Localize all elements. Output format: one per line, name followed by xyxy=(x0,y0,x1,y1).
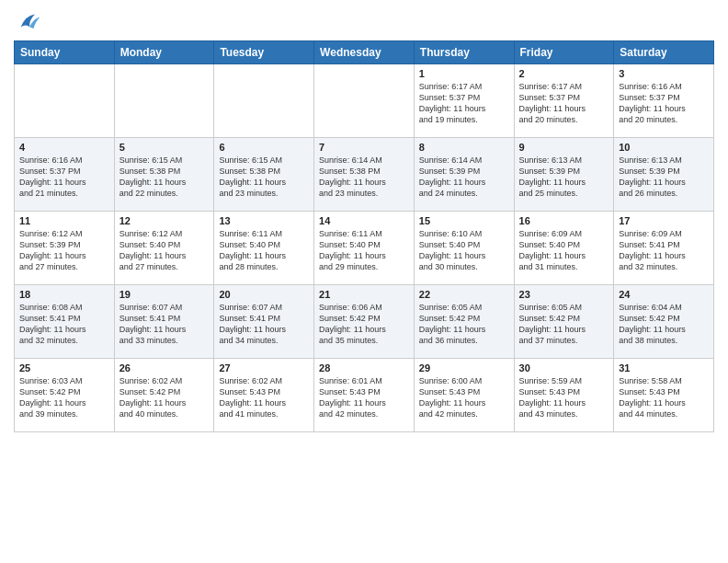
day-detail: Sunrise: 6:11 AM Sunset: 5:40 PM Dayligh… xyxy=(219,228,309,273)
day-detail: Sunrise: 5:58 AM Sunset: 5:43 PM Dayligh… xyxy=(619,375,709,420)
calendar-day-cell: 18Sunrise: 6:08 AM Sunset: 5:41 PM Dayli… xyxy=(15,285,115,359)
calendar-day-cell: 21Sunrise: 6:06 AM Sunset: 5:42 PM Dayli… xyxy=(314,285,415,359)
calendar-day-cell xyxy=(114,64,214,138)
calendar-day-cell: 28Sunrise: 6:01 AM Sunset: 5:43 PM Dayli… xyxy=(314,359,415,432)
calendar-header-row: SundayMondayTuesdayWednesdayThursdayFrid… xyxy=(15,41,714,64)
day-number: 11 xyxy=(19,215,109,226)
calendar-week-row: 4Sunrise: 6:16 AM Sunset: 5:37 PM Daylig… xyxy=(15,138,714,212)
day-detail: Sunrise: 6:12 AM Sunset: 5:39 PM Dayligh… xyxy=(19,228,109,273)
day-number: 20 xyxy=(219,289,309,300)
day-detail: Sunrise: 6:16 AM Sunset: 5:37 PM Dayligh… xyxy=(19,155,109,200)
calendar-day-cell: 5Sunrise: 6:15 AM Sunset: 5:38 PM Daylig… xyxy=(114,138,214,212)
day-detail: Sunrise: 6:03 AM Sunset: 5:42 PM Dayligh… xyxy=(19,375,109,420)
day-detail: Sunrise: 6:10 AM Sunset: 5:40 PM Dayligh… xyxy=(419,228,509,273)
calendar-day-cell: 30Sunrise: 5:59 AM Sunset: 5:43 PM Dayli… xyxy=(514,359,614,432)
day-detail: Sunrise: 6:05 AM Sunset: 5:42 PM Dayligh… xyxy=(519,302,609,347)
day-detail: Sunrise: 6:12 AM Sunset: 5:40 PM Dayligh… xyxy=(119,228,210,273)
day-number: 22 xyxy=(419,289,509,300)
day-number: 6 xyxy=(219,142,309,153)
calendar-day-cell: 9Sunrise: 6:13 AM Sunset: 5:39 PM Daylig… xyxy=(514,138,614,212)
calendar-week-row: 11Sunrise: 6:12 AM Sunset: 5:39 PM Dayli… xyxy=(15,212,714,285)
day-of-week-header: Saturday xyxy=(614,41,714,64)
day-number: 5 xyxy=(119,142,210,153)
day-detail: Sunrise: 6:09 AM Sunset: 5:40 PM Dayligh… xyxy=(519,228,609,273)
calendar-day-cell: 4Sunrise: 6:16 AM Sunset: 5:37 PM Daylig… xyxy=(15,138,115,212)
day-of-week-header: Monday xyxy=(114,41,214,64)
calendar-day-cell: 26Sunrise: 6:02 AM Sunset: 5:42 PM Dayli… xyxy=(114,359,214,432)
day-number: 2 xyxy=(519,68,609,79)
day-number: 3 xyxy=(619,68,709,79)
calendar-day-cell: 1Sunrise: 6:17 AM Sunset: 5:37 PM Daylig… xyxy=(414,64,514,138)
calendar-day-cell: 25Sunrise: 6:03 AM Sunset: 5:42 PM Dayli… xyxy=(15,359,115,432)
logo xyxy=(14,13,41,35)
day-detail: Sunrise: 6:14 AM Sunset: 5:39 PM Dayligh… xyxy=(419,155,509,200)
calendar-day-cell: 15Sunrise: 6:10 AM Sunset: 5:40 PM Dayli… xyxy=(414,212,514,285)
calendar-day-cell: 22Sunrise: 6:05 AM Sunset: 5:42 PM Dayli… xyxy=(414,285,514,359)
day-detail: Sunrise: 6:15 AM Sunset: 5:38 PM Dayligh… xyxy=(219,155,309,200)
day-of-week-header: Thursday xyxy=(414,41,514,64)
day-number: 23 xyxy=(519,289,609,300)
calendar-day-cell: 13Sunrise: 6:11 AM Sunset: 5:40 PM Dayli… xyxy=(214,212,314,285)
calendar-day-cell xyxy=(214,64,314,138)
calendar-day-cell: 27Sunrise: 6:02 AM Sunset: 5:43 PM Dayli… xyxy=(214,359,314,432)
day-number: 24 xyxy=(619,289,709,300)
day-number: 12 xyxy=(119,215,210,226)
calendar-day-cell: 11Sunrise: 6:12 AM Sunset: 5:39 PM Dayli… xyxy=(15,212,115,285)
day-number: 14 xyxy=(319,215,409,226)
calendar-day-cell: 17Sunrise: 6:09 AM Sunset: 5:41 PM Dayli… xyxy=(614,212,714,285)
calendar-day-cell: 24Sunrise: 6:04 AM Sunset: 5:42 PM Dayli… xyxy=(614,285,714,359)
day-number: 7 xyxy=(319,142,409,153)
day-number: 25 xyxy=(19,362,109,373)
calendar-week-row: 18Sunrise: 6:08 AM Sunset: 5:41 PM Dayli… xyxy=(15,285,714,359)
day-number: 31 xyxy=(619,362,709,373)
day-number: 9 xyxy=(519,142,609,153)
day-number: 4 xyxy=(19,142,109,153)
day-of-week-header: Sunday xyxy=(15,41,115,64)
calendar-day-cell: 10Sunrise: 6:13 AM Sunset: 5:39 PM Dayli… xyxy=(614,138,714,212)
day-detail: Sunrise: 6:17 AM Sunset: 5:37 PM Dayligh… xyxy=(419,81,509,126)
day-number: 21 xyxy=(319,289,409,300)
day-detail: Sunrise: 6:11 AM Sunset: 5:40 PM Dayligh… xyxy=(319,228,409,273)
day-detail: Sunrise: 6:00 AM Sunset: 5:43 PM Dayligh… xyxy=(419,375,509,420)
day-of-week-header: Wednesday xyxy=(314,41,415,64)
calendar-week-row: 25Sunrise: 6:03 AM Sunset: 5:42 PM Dayli… xyxy=(15,359,714,432)
day-number: 28 xyxy=(319,362,409,373)
day-detail: Sunrise: 6:02 AM Sunset: 5:42 PM Dayligh… xyxy=(119,375,210,420)
calendar-day-cell: 23Sunrise: 6:05 AM Sunset: 5:42 PM Dayli… xyxy=(514,285,614,359)
day-detail: Sunrise: 6:06 AM Sunset: 5:42 PM Dayligh… xyxy=(319,302,409,347)
day-number: 19 xyxy=(119,289,210,300)
calendar-day-cell: 6Sunrise: 6:15 AM Sunset: 5:38 PM Daylig… xyxy=(214,138,314,212)
calendar-day-cell: 7Sunrise: 6:14 AM Sunset: 5:38 PM Daylig… xyxy=(314,138,415,212)
calendar-day-cell: 12Sunrise: 6:12 AM Sunset: 5:40 PM Dayli… xyxy=(114,212,214,285)
day-detail: Sunrise: 5:59 AM Sunset: 5:43 PM Dayligh… xyxy=(519,375,609,420)
day-number: 18 xyxy=(19,289,109,300)
day-detail: Sunrise: 6:08 AM Sunset: 5:41 PM Dayligh… xyxy=(19,302,109,347)
calendar-day-cell: 20Sunrise: 6:07 AM Sunset: 5:41 PM Dayli… xyxy=(214,285,314,359)
day-detail: Sunrise: 6:01 AM Sunset: 5:43 PM Dayligh… xyxy=(319,375,409,420)
day-detail: Sunrise: 6:14 AM Sunset: 5:38 PM Dayligh… xyxy=(319,155,409,200)
calendar-day-cell: 16Sunrise: 6:09 AM Sunset: 5:40 PM Dayli… xyxy=(514,212,614,285)
day-number: 30 xyxy=(519,362,609,373)
day-detail: Sunrise: 6:02 AM Sunset: 5:43 PM Dayligh… xyxy=(219,375,309,420)
calendar-day-cell: 2Sunrise: 6:17 AM Sunset: 5:37 PM Daylig… xyxy=(514,64,614,138)
day-detail: Sunrise: 6:09 AM Sunset: 5:41 PM Dayligh… xyxy=(619,228,709,273)
day-number: 1 xyxy=(419,68,509,79)
day-number: 27 xyxy=(219,362,309,373)
calendar-day-cell: 31Sunrise: 5:58 AM Sunset: 5:43 PM Dayli… xyxy=(614,359,714,432)
calendar-day-cell xyxy=(314,64,415,138)
day-number: 29 xyxy=(419,362,509,373)
day-number: 26 xyxy=(119,362,210,373)
calendar-day-cell: 19Sunrise: 6:07 AM Sunset: 5:41 PM Dayli… xyxy=(114,285,214,359)
calendar-day-cell: 14Sunrise: 6:11 AM Sunset: 5:40 PM Dayli… xyxy=(314,212,415,285)
day-of-week-header: Friday xyxy=(514,41,614,64)
calendar-day-cell: 8Sunrise: 6:14 AM Sunset: 5:39 PM Daylig… xyxy=(414,138,514,212)
day-detail: Sunrise: 6:07 AM Sunset: 5:41 PM Dayligh… xyxy=(219,302,309,347)
calendar-day-cell: 3Sunrise: 6:16 AM Sunset: 5:37 PM Daylig… xyxy=(614,64,714,138)
logo-bird-icon xyxy=(16,9,41,35)
day-detail: Sunrise: 6:05 AM Sunset: 5:42 PM Dayligh… xyxy=(419,302,509,347)
calendar-day-cell xyxy=(15,64,115,138)
day-number: 17 xyxy=(619,215,709,226)
day-number: 8 xyxy=(419,142,509,153)
day-number: 13 xyxy=(219,215,309,226)
day-of-week-header: Tuesday xyxy=(214,41,314,64)
